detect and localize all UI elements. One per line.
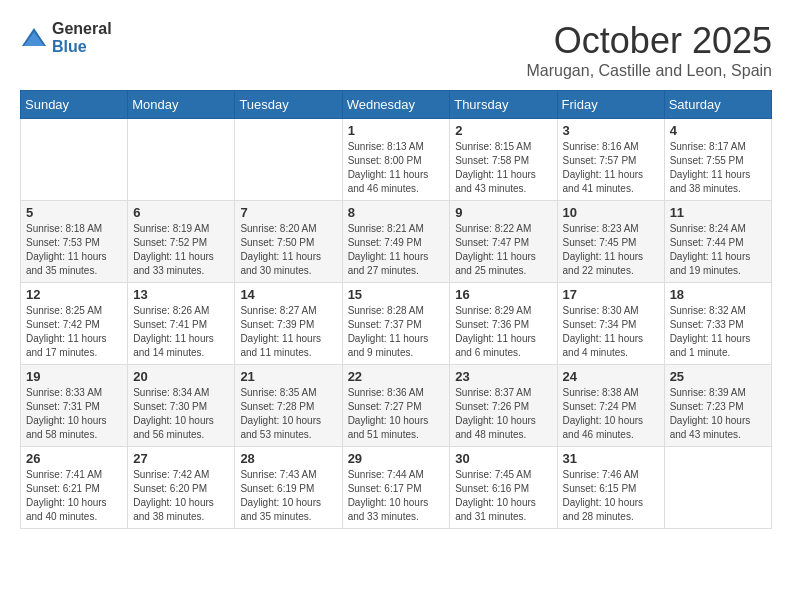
day-number: 14 — [240, 287, 336, 302]
day-info: Sunrise: 8:22 AM Sunset: 7:47 PM Dayligh… — [455, 222, 551, 278]
day-info: Sunrise: 8:13 AM Sunset: 8:00 PM Dayligh… — [348, 140, 445, 196]
calendar-cell: 8Sunrise: 8:21 AM Sunset: 7:49 PM Daylig… — [342, 201, 450, 283]
day-info: Sunrise: 8:15 AM Sunset: 7:58 PM Dayligh… — [455, 140, 551, 196]
day-info: Sunrise: 7:44 AM Sunset: 6:17 PM Dayligh… — [348, 468, 445, 524]
day-info: Sunrise: 8:27 AM Sunset: 7:39 PM Dayligh… — [240, 304, 336, 360]
calendar-week-row: 5Sunrise: 8:18 AM Sunset: 7:53 PM Daylig… — [21, 201, 772, 283]
day-number: 23 — [455, 369, 551, 384]
day-number: 31 — [563, 451, 659, 466]
calendar-cell: 14Sunrise: 8:27 AM Sunset: 7:39 PM Dayli… — [235, 283, 342, 365]
day-number: 22 — [348, 369, 445, 384]
calendar-cell: 9Sunrise: 8:22 AM Sunset: 7:47 PM Daylig… — [450, 201, 557, 283]
day-info: Sunrise: 8:26 AM Sunset: 7:41 PM Dayligh… — [133, 304, 229, 360]
calendar-header-wednesday: Wednesday — [342, 91, 450, 119]
day-info: Sunrise: 7:46 AM Sunset: 6:15 PM Dayligh… — [563, 468, 659, 524]
day-info: Sunrise: 8:34 AM Sunset: 7:30 PM Dayligh… — [133, 386, 229, 442]
day-info: Sunrise: 7:41 AM Sunset: 6:21 PM Dayligh… — [26, 468, 122, 524]
day-number: 17 — [563, 287, 659, 302]
day-number: 6 — [133, 205, 229, 220]
calendar-cell: 17Sunrise: 8:30 AM Sunset: 7:34 PM Dayli… — [557, 283, 664, 365]
calendar-cell: 15Sunrise: 8:28 AM Sunset: 7:37 PM Dayli… — [342, 283, 450, 365]
day-info: Sunrise: 8:33 AM Sunset: 7:31 PM Dayligh… — [26, 386, 122, 442]
day-number: 19 — [26, 369, 122, 384]
day-number: 20 — [133, 369, 229, 384]
calendar-cell: 21Sunrise: 8:35 AM Sunset: 7:28 PM Dayli… — [235, 365, 342, 447]
calendar-header-sunday: Sunday — [21, 91, 128, 119]
calendar-cell: 27Sunrise: 7:42 AM Sunset: 6:20 PM Dayli… — [128, 447, 235, 529]
day-number: 2 — [455, 123, 551, 138]
day-number: 3 — [563, 123, 659, 138]
calendar-cell: 5Sunrise: 8:18 AM Sunset: 7:53 PM Daylig… — [21, 201, 128, 283]
day-info: Sunrise: 8:25 AM Sunset: 7:42 PM Dayligh… — [26, 304, 122, 360]
logo-general: General — [52, 20, 112, 38]
calendar-cell: 19Sunrise: 8:33 AM Sunset: 7:31 PM Dayli… — [21, 365, 128, 447]
day-info: Sunrise: 7:45 AM Sunset: 6:16 PM Dayligh… — [455, 468, 551, 524]
calendar-cell: 30Sunrise: 7:45 AM Sunset: 6:16 PM Dayli… — [450, 447, 557, 529]
day-number: 29 — [348, 451, 445, 466]
day-info: Sunrise: 8:18 AM Sunset: 7:53 PM Dayligh… — [26, 222, 122, 278]
calendar-cell: 18Sunrise: 8:32 AM Sunset: 7:33 PM Dayli… — [664, 283, 771, 365]
day-info: Sunrise: 8:23 AM Sunset: 7:45 PM Dayligh… — [563, 222, 659, 278]
calendar-week-row: 12Sunrise: 8:25 AM Sunset: 7:42 PM Dayli… — [21, 283, 772, 365]
day-info: Sunrise: 7:42 AM Sunset: 6:20 PM Dayligh… — [133, 468, 229, 524]
calendar-cell: 31Sunrise: 7:46 AM Sunset: 6:15 PM Dayli… — [557, 447, 664, 529]
calendar-header-monday: Monday — [128, 91, 235, 119]
calendar-cell: 1Sunrise: 8:13 AM Sunset: 8:00 PM Daylig… — [342, 119, 450, 201]
day-info: Sunrise: 8:37 AM Sunset: 7:26 PM Dayligh… — [455, 386, 551, 442]
day-number: 5 — [26, 205, 122, 220]
calendar-cell: 23Sunrise: 8:37 AM Sunset: 7:26 PM Dayli… — [450, 365, 557, 447]
calendar-cell — [21, 119, 128, 201]
day-info: Sunrise: 8:32 AM Sunset: 7:33 PM Dayligh… — [670, 304, 766, 360]
day-number: 1 — [348, 123, 445, 138]
calendar-cell: 16Sunrise: 8:29 AM Sunset: 7:36 PM Dayli… — [450, 283, 557, 365]
title-block: October 2025 Marugan, Castille and Leon,… — [527, 20, 773, 80]
day-number: 18 — [670, 287, 766, 302]
day-number: 11 — [670, 205, 766, 220]
calendar: SundayMondayTuesdayWednesdayThursdayFrid… — [20, 90, 772, 529]
day-number: 28 — [240, 451, 336, 466]
day-number: 16 — [455, 287, 551, 302]
calendar-cell: 12Sunrise: 8:25 AM Sunset: 7:42 PM Dayli… — [21, 283, 128, 365]
calendar-cell: 2Sunrise: 8:15 AM Sunset: 7:58 PM Daylig… — [450, 119, 557, 201]
day-info: Sunrise: 8:16 AM Sunset: 7:57 PM Dayligh… — [563, 140, 659, 196]
day-number: 30 — [455, 451, 551, 466]
day-info: Sunrise: 8:36 AM Sunset: 7:27 PM Dayligh… — [348, 386, 445, 442]
calendar-header-thursday: Thursday — [450, 91, 557, 119]
day-number: 4 — [670, 123, 766, 138]
day-info: Sunrise: 8:38 AM Sunset: 7:24 PM Dayligh… — [563, 386, 659, 442]
calendar-cell: 25Sunrise: 8:39 AM Sunset: 7:23 PM Dayli… — [664, 365, 771, 447]
day-number: 10 — [563, 205, 659, 220]
day-info: Sunrise: 8:30 AM Sunset: 7:34 PM Dayligh… — [563, 304, 659, 360]
day-info: Sunrise: 8:35 AM Sunset: 7:28 PM Dayligh… — [240, 386, 336, 442]
day-number: 7 — [240, 205, 336, 220]
calendar-cell: 10Sunrise: 8:23 AM Sunset: 7:45 PM Dayli… — [557, 201, 664, 283]
calendar-cell: 6Sunrise: 8:19 AM Sunset: 7:52 PM Daylig… — [128, 201, 235, 283]
calendar-cell: 24Sunrise: 8:38 AM Sunset: 7:24 PM Dayli… — [557, 365, 664, 447]
logo-blue: Blue — [52, 38, 112, 56]
logo: General Blue — [20, 20, 112, 55]
calendar-cell: 3Sunrise: 8:16 AM Sunset: 7:57 PM Daylig… — [557, 119, 664, 201]
calendar-cell: 11Sunrise: 8:24 AM Sunset: 7:44 PM Dayli… — [664, 201, 771, 283]
calendar-week-row: 1Sunrise: 8:13 AM Sunset: 8:00 PM Daylig… — [21, 119, 772, 201]
day-number: 9 — [455, 205, 551, 220]
calendar-week-row: 19Sunrise: 8:33 AM Sunset: 7:31 PM Dayli… — [21, 365, 772, 447]
calendar-cell: 28Sunrise: 7:43 AM Sunset: 6:19 PM Dayli… — [235, 447, 342, 529]
calendar-cell: 22Sunrise: 8:36 AM Sunset: 7:27 PM Dayli… — [342, 365, 450, 447]
calendar-header-tuesday: Tuesday — [235, 91, 342, 119]
calendar-header-row: SundayMondayTuesdayWednesdayThursdayFrid… — [21, 91, 772, 119]
day-info: Sunrise: 8:20 AM Sunset: 7:50 PM Dayligh… — [240, 222, 336, 278]
calendar-cell — [235, 119, 342, 201]
calendar-cell: 26Sunrise: 7:41 AM Sunset: 6:21 PM Dayli… — [21, 447, 128, 529]
calendar-header-friday: Friday — [557, 91, 664, 119]
calendar-header-saturday: Saturday — [664, 91, 771, 119]
calendar-cell: 29Sunrise: 7:44 AM Sunset: 6:17 PM Dayli… — [342, 447, 450, 529]
day-info: Sunrise: 7:43 AM Sunset: 6:19 PM Dayligh… — [240, 468, 336, 524]
calendar-cell — [128, 119, 235, 201]
day-info: Sunrise: 8:24 AM Sunset: 7:44 PM Dayligh… — [670, 222, 766, 278]
location-title: Marugan, Castille and Leon, Spain — [527, 62, 773, 80]
day-number: 25 — [670, 369, 766, 384]
calendar-cell — [664, 447, 771, 529]
day-info: Sunrise: 8:28 AM Sunset: 7:37 PM Dayligh… — [348, 304, 445, 360]
page-header: General Blue October 2025 Marugan, Casti… — [20, 20, 772, 80]
day-info: Sunrise: 8:39 AM Sunset: 7:23 PM Dayligh… — [670, 386, 766, 442]
